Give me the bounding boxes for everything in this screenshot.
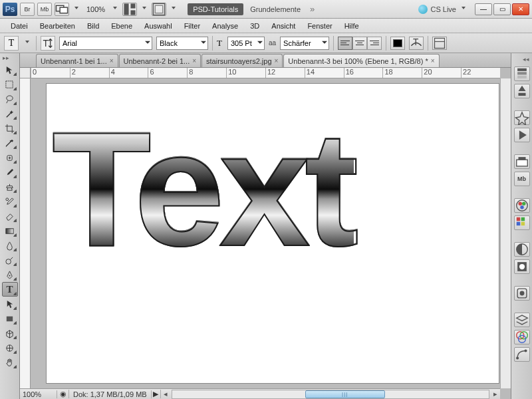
align-center-button[interactable] bbox=[352, 37, 367, 50]
brush-tool[interactable] bbox=[2, 165, 18, 180]
menu-3d[interactable]: 3D bbox=[245, 21, 265, 31]
marquee-tool[interactable] bbox=[2, 77, 18, 92]
tools-collapse-icon[interactable]: ▸▸ bbox=[3, 55, 9, 61]
scroll-left-icon[interactable]: ◂ bbox=[161, 390, 170, 398]
minibridge-button[interactable]: Mb bbox=[37, 3, 52, 16]
layers-icon[interactable] bbox=[514, 313, 530, 327]
3d-camera-tool[interactable] bbox=[2, 340, 18, 355]
workspace-grundelemente[interactable]: Grundelemente bbox=[246, 5, 305, 13]
warp-text-button[interactable]: T bbox=[409, 37, 424, 50]
menu-fenster[interactable]: Fenster bbox=[302, 21, 337, 31]
cs-live-drop[interactable] bbox=[459, 3, 468, 16]
tab-close-icon[interactable]: × bbox=[431, 57, 435, 65]
document-tab[interactable]: Unbenannt-1 bei 1...× bbox=[36, 54, 118, 67]
lasso-tool[interactable] bbox=[2, 92, 18, 106]
panels-expand-icon[interactable]: ◂◂ bbox=[523, 56, 529, 63]
zoom-level[interactable]: 100% bbox=[84, 5, 108, 13]
arrange-button[interactable] bbox=[122, 3, 137, 16]
canvas[interactable]: Text Text bbox=[31, 78, 500, 388]
actions-panel-icon[interactable] bbox=[514, 84, 530, 98]
layers-panel-icon[interactable] bbox=[514, 154, 530, 169]
color-panel-icon[interactable] bbox=[514, 198, 530, 213]
bridge-button[interactable]: Br bbox=[20, 3, 35, 16]
extras-drop[interactable] bbox=[169, 3, 178, 16]
extras-button[interactable] bbox=[152, 3, 166, 16]
canvas-text-layer[interactable]: Text bbox=[52, 108, 354, 271]
menu-filter[interactable]: Filter bbox=[179, 21, 205, 31]
horizontal-scrollbar[interactable]: ||| bbox=[172, 390, 489, 399]
history-brush-tool[interactable] bbox=[2, 194, 18, 209]
minibridge-panel-icon[interactable]: Mb bbox=[514, 172, 530, 186]
zoom-drop[interactable] bbox=[110, 3, 120, 16]
swatches-panel-icon[interactable] bbox=[514, 215, 530, 230]
tab-close-icon[interactable]: × bbox=[192, 57, 196, 65]
character-panel-button[interactable] bbox=[432, 37, 447, 50]
document-tab-active[interactable]: Unbenannt-3 bei 100% (Ebene 1, RGB/8) *× bbox=[283, 54, 439, 67]
move-tool[interactable] bbox=[2, 63, 18, 77]
font-style-combo[interactable]: Black bbox=[156, 37, 208, 50]
menu-hilfe[interactable]: Hilfe bbox=[339, 21, 364, 31]
gradient-tool[interactable] bbox=[2, 223, 18, 238]
navigator-panel-icon[interactable] bbox=[514, 110, 530, 125]
document-page[interactable]: Text Text bbox=[47, 84, 499, 383]
arrange-drop[interactable] bbox=[140, 3, 149, 16]
text-color-swatch[interactable] bbox=[390, 37, 405, 50]
rectangle-tool[interactable] bbox=[2, 311, 18, 326]
tool-preset-drop[interactable] bbox=[23, 37, 32, 50]
status-document-size[interactable]: Dok: 1,37 MB/1,09 MB bbox=[69, 390, 152, 398]
status-zoom[interactable]: 100% bbox=[20, 390, 57, 398]
document-tab[interactable]: Unbenannt-2 bei 1...× bbox=[119, 54, 201, 67]
crop-tool[interactable] bbox=[2, 121, 18, 136]
workspace-more-icon[interactable]: » bbox=[307, 4, 317, 14]
align-left-button[interactable] bbox=[338, 37, 352, 50]
hand-tool[interactable] bbox=[2, 355, 18, 370]
menu-analyse[interactable]: Analyse bbox=[207, 21, 243, 31]
antialias-combo[interactable]: Schärfer bbox=[280, 37, 329, 50]
document-tab[interactable]: stairsuntoayers2.jpg× bbox=[201, 54, 283, 67]
styles-panel-icon[interactable] bbox=[514, 286, 530, 301]
screen-mode-button[interactable] bbox=[55, 3, 69, 16]
status-menu-icon[interactable]: ▶ bbox=[152, 390, 161, 398]
history-panel-icon[interactable] bbox=[514, 66, 530, 81]
eraser-tool[interactable] bbox=[2, 209, 18, 223]
type-tool[interactable]: T bbox=[2, 282, 18, 297]
dodge-tool[interactable] bbox=[2, 253, 18, 267]
maximize-button[interactable]: ▭ bbox=[493, 3, 511, 15]
close-button[interactable]: ✕ bbox=[512, 3, 529, 15]
cs-live-button[interactable]: CS Live bbox=[418, 3, 468, 16]
text-tool-preset[interactable]: T bbox=[4, 36, 19, 51]
masks-panel-icon[interactable] bbox=[514, 259, 530, 274]
menu-auswahl[interactable]: Auswahl bbox=[139, 21, 178, 31]
path-selection-tool[interactable] bbox=[2, 297, 18, 311]
scroll-right-icon[interactable]: ▸ bbox=[491, 390, 500, 398]
screen-mode-drop[interactable] bbox=[72, 3, 81, 16]
channels-panel-icon[interactable] bbox=[514, 330, 530, 344]
menu-bearbeiten[interactable]: Bearbeiten bbox=[35, 21, 80, 31]
magic-wand-tool[interactable] bbox=[2, 106, 18, 121]
workspace-psd-tutorials[interactable]: PSD-Tutorials bbox=[188, 3, 243, 15]
font-size-combo[interactable]: 305 Pt bbox=[227, 37, 265, 50]
menu-bild[interactable]: Bild bbox=[82, 21, 104, 31]
tab-close-icon[interactable]: × bbox=[110, 57, 114, 65]
menu-ansicht[interactable]: Ansicht bbox=[266, 21, 301, 31]
status-info-icon[interactable]: ◉ bbox=[57, 390, 69, 398]
vertical-scrollbar[interactable] bbox=[500, 78, 511, 388]
blur-tool[interactable] bbox=[2, 238, 18, 253]
ruler-vertical[interactable] bbox=[20, 78, 31, 388]
ruler-origin[interactable] bbox=[20, 68, 31, 78]
play-panel-icon[interactable] bbox=[514, 128, 530, 142]
align-right-button[interactable] bbox=[367, 37, 382, 50]
paths-panel-icon[interactable] bbox=[514, 347, 530, 362]
font-family-combo[interactable]: Arial bbox=[59, 37, 152, 50]
minimize-button[interactable]: — bbox=[475, 3, 492, 15]
orientation-toggle[interactable]: T bbox=[41, 36, 55, 51]
menu-datei[interactable]: Datei bbox=[5, 21, 33, 31]
eyedropper-tool[interactable] bbox=[2, 136, 18, 150]
scrollbar-thumb[interactable]: ||| bbox=[305, 390, 385, 398]
adjustments-panel-icon[interactable] bbox=[514, 242, 530, 257]
3d-tool[interactable] bbox=[2, 326, 18, 340]
ruler-horizontal[interactable]: 0246810121416182022 bbox=[31, 68, 500, 78]
menu-ebene[interactable]: Ebene bbox=[106, 21, 138, 31]
pen-tool[interactable] bbox=[2, 267, 18, 282]
tab-close-icon[interactable]: × bbox=[275, 57, 279, 65]
